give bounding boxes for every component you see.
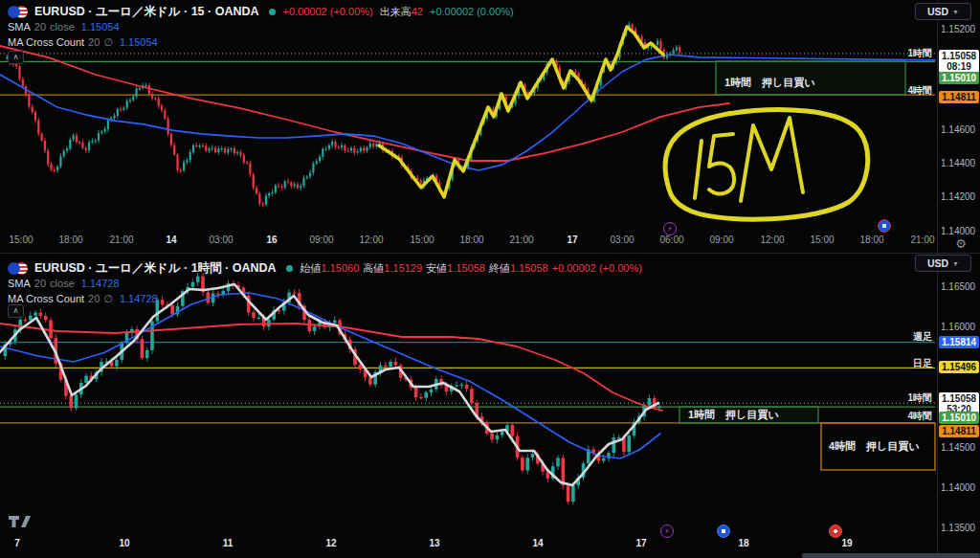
collapse-indicators-button[interactable]: ∧ bbox=[8, 304, 24, 318]
time-label: 09:00 bbox=[309, 234, 333, 245]
time-label: 15:00 bbox=[810, 234, 834, 245]
event-marker-icon[interactable] bbox=[717, 525, 730, 538]
time-label: 15:00 bbox=[9, 234, 33, 245]
timeframe-tag: 4時間 bbox=[907, 85, 932, 96]
price-axis-1h[interactable]: 1.165001.160001.145001.140001.135001.158… bbox=[938, 258, 980, 536]
time-label: 17 bbox=[567, 234, 577, 245]
event-marker-icon[interactable]: ⚡ bbox=[660, 525, 674, 538]
time-label: 18:00 bbox=[859, 234, 883, 245]
horizontal-scrollbar[interactable] bbox=[802, 553, 980, 558]
low-label: 安値 bbox=[426, 261, 447, 276]
high-value: 1.15129 bbox=[384, 262, 422, 274]
indicator-value: 1.15054 bbox=[81, 21, 120, 33]
indicator-param: 20 bbox=[34, 21, 46, 33]
time-label: 16 bbox=[266, 234, 277, 245]
event-marker-icon[interactable]: ⚡ bbox=[663, 222, 677, 235]
axis-divider bbox=[937, 0, 938, 558]
market-open-icon bbox=[269, 9, 276, 15]
pair-logo-icon bbox=[8, 6, 29, 18]
price-axis-15m[interactable]: 1.152001.146001.144001.142001.140001.150… bbox=[938, 0, 980, 253]
price-label-chip: 1.15496 bbox=[939, 361, 979, 373]
price-tick: 1.15200 bbox=[941, 23, 975, 36]
ma-line bbox=[0, 324, 662, 411]
price-change: +0.00002 (+0.00%) bbox=[283, 6, 373, 17]
high-label: 高値 bbox=[363, 261, 384, 276]
hand-drawn-15m-digit-1 bbox=[695, 141, 702, 198]
candles-group bbox=[4, 273, 661, 505]
trading-app-window: 1時間 押し目買い1時間4時間 1.152001.146001.144001.1… bbox=[0, 0, 980, 558]
volume-value: 42 bbox=[412, 6, 423, 17]
open-value: 1.15060 bbox=[322, 262, 360, 274]
currency-dropdown[interactable]: USD ▼ bbox=[915, 255, 971, 272]
price-tick: 1.14000 bbox=[941, 481, 975, 495]
timeframe-tag: 4時間 bbox=[907, 411, 932, 421]
price-tick: 1.14200 bbox=[941, 190, 975, 204]
time-label: 7 bbox=[14, 538, 20, 548]
time-label: 03:00 bbox=[209, 234, 233, 245]
indicator-name: SMA bbox=[8, 278, 31, 289]
timeframe-tag: 1時間 bbox=[907, 392, 932, 403]
indicator-row-macross[interactable]: MA Cross Count 20 ∅ 1.15054 bbox=[8, 34, 514, 50]
currency-label: USD bbox=[927, 257, 948, 269]
price-tick: 1.13500 bbox=[941, 522, 975, 535]
indicator-param: 20 bbox=[88, 293, 100, 304]
indicator-row-sma[interactable]: SMA 20 close 1.14728 bbox=[8, 276, 642, 291]
indicator-name: MA Cross Count bbox=[8, 293, 84, 304]
ma-line bbox=[0, 293, 660, 458]
time-label: 17 bbox=[635, 538, 646, 548]
volume-label: 出来高 bbox=[380, 5, 412, 19]
low-value: 1.15058 bbox=[447, 262, 485, 274]
axis-settings-gear-icon[interactable]: ⚙ bbox=[952, 235, 969, 253]
annotation-box-label: 4時間 押し目買い bbox=[829, 440, 920, 453]
hand-drawn-15m-digit-5 bbox=[709, 134, 734, 193]
indicator-param: ∅ bbox=[103, 293, 113, 305]
indicator-value: 1.14728 bbox=[120, 293, 158, 304]
timeframe-tag: 週足 bbox=[912, 331, 932, 342]
tradingview-logo[interactable] bbox=[8, 513, 33, 529]
time-label: 18:00 bbox=[459, 234, 483, 245]
price-label-chip: 1.15814 bbox=[939, 336, 979, 348]
currency-dropdown[interactable]: USD ▼ bbox=[915, 3, 971, 20]
chart-panel-1h: 1時間 押し目買い4時間 押し目買い週足日足1時間4時間 1.165001.16… bbox=[0, 254, 980, 558]
time-label: 13 bbox=[429, 538, 439, 548]
market-open-icon bbox=[286, 265, 293, 272]
time-label: 15:00 bbox=[410, 234, 434, 245]
time-axis-1h[interactable]: 71011121314171819 bbox=[0, 532, 937, 553]
timeframe-tag: 日足 bbox=[913, 358, 932, 368]
time-label: 03:00 bbox=[610, 234, 634, 245]
close-label: 終値 bbox=[489, 261, 510, 276]
time-axis-15m[interactable]: 15:0018:0021:001403:001609:0012:0015:001… bbox=[0, 226, 937, 253]
hand-drawn-15m-letter-M bbox=[741, 118, 803, 201]
time-label: 12 bbox=[325, 538, 336, 548]
time-label: 18:00 bbox=[58, 234, 82, 245]
price-label-chip: 1.14811 bbox=[939, 91, 979, 103]
price-tick: 1.16000 bbox=[941, 321, 975, 334]
chart-title: EURUSD · ユーロ／米ドル · 1時間 · OANDA bbox=[34, 260, 277, 277]
time-label: 06:00 bbox=[659, 234, 683, 245]
time-label: 10 bbox=[119, 538, 129, 548]
indicator-param: 20 bbox=[34, 278, 46, 289]
ma-line bbox=[0, 46, 729, 161]
indicator-row-macross[interactable]: MA Cross Count 20 ∅ 1.14728 bbox=[8, 291, 642, 306]
annotation-box-label: 1時間 押し目買い bbox=[688, 409, 779, 421]
price-label-chip: 1.15010 bbox=[939, 412, 979, 424]
indicator-row-sma[interactable]: SMA 20 close 1.15054 bbox=[8, 19, 514, 34]
price-tick: 1.14400 bbox=[941, 157, 975, 170]
price-change: +0.00002 (+0.00%) bbox=[552, 262, 642, 274]
symbol-row[interactable]: EURUSD · ユーロ／米ドル · 1時間 · OANDA 始値 1.1506… bbox=[8, 260, 642, 276]
event-marker-icon[interactable] bbox=[829, 525, 842, 538]
pair-logo-icon bbox=[8, 262, 29, 275]
open-label: 始値 bbox=[301, 261, 322, 276]
currency-label: USD bbox=[927, 6, 948, 17]
price-tick: 1.16500 bbox=[941, 280, 975, 294]
chart-title: EURUSD · ユーロ／米ドル · 15 · OANDA bbox=[34, 4, 259, 20]
indicator-param: 20 bbox=[88, 36, 100, 48]
collapse-indicators-button[interactable]: ∧ bbox=[8, 51, 24, 64]
indicator-name: SMA bbox=[8, 21, 31, 33]
event-marker-icon[interactable] bbox=[878, 219, 891, 233]
symbol-row[interactable]: EURUSD · ユーロ／米ドル · 15 · OANDA +0.00002 (… bbox=[8, 4, 514, 19]
time-label: 11 bbox=[223, 538, 234, 548]
indicator-param: close bbox=[50, 278, 75, 289]
time-label: 12:00 bbox=[760, 234, 784, 245]
price-tick: 1.14500 bbox=[941, 441, 975, 455]
